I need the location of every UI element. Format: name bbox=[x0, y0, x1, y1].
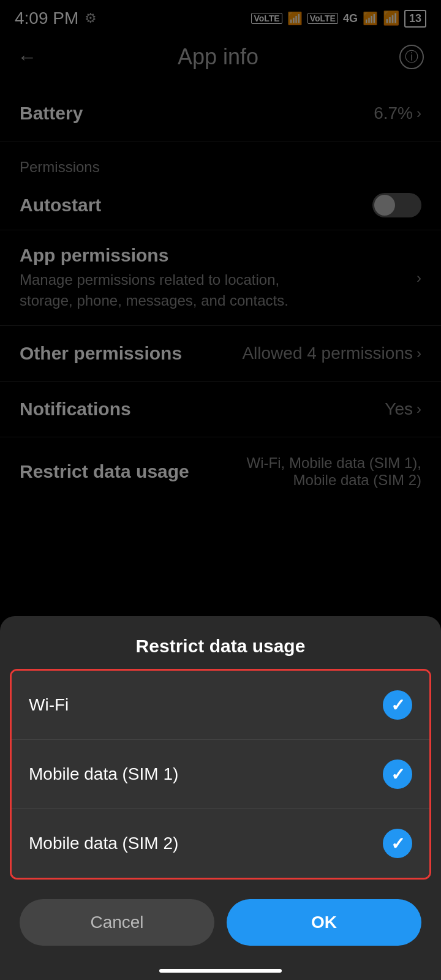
sim1-checkmark-icon: ✓ bbox=[391, 764, 405, 785]
sim1-option-label: Mobile data (SIM 1) bbox=[29, 764, 178, 784]
wifi-checkbox[interactable]: ✓ bbox=[383, 690, 412, 720]
wifi-option-label: Wi-Fi bbox=[29, 695, 69, 715]
sim2-option-label: Mobile data (SIM 2) bbox=[29, 834, 178, 853]
wifi-option-row[interactable]: Wi-Fi ✓ bbox=[12, 671, 429, 740]
sim2-checkmark-icon: ✓ bbox=[391, 834, 405, 854]
action-buttons: Cancel OK bbox=[0, 884, 441, 956]
sim1-option-row[interactable]: Mobile data (SIM 1) ✓ bbox=[12, 740, 429, 809]
sim1-checkbox[interactable]: ✓ bbox=[383, 760, 412, 789]
bottom-sheet: Restrict data usage Wi-Fi ✓ Mobile data … bbox=[0, 616, 441, 980]
sim2-option-row[interactable]: Mobile data (SIM 2) ✓ bbox=[12, 809, 429, 878]
ok-button[interactable]: OK bbox=[227, 899, 421, 946]
cancel-button[interactable]: Cancel bbox=[20, 899, 214, 946]
sheet-title: Restrict data usage bbox=[0, 616, 441, 669]
home-indicator bbox=[159, 969, 282, 973]
options-area: Wi-Fi ✓ Mobile data (SIM 1) ✓ Mobile dat… bbox=[10, 669, 431, 880]
wifi-checkmark-icon: ✓ bbox=[391, 695, 405, 715]
sim2-checkbox[interactable]: ✓ bbox=[383, 829, 412, 858]
